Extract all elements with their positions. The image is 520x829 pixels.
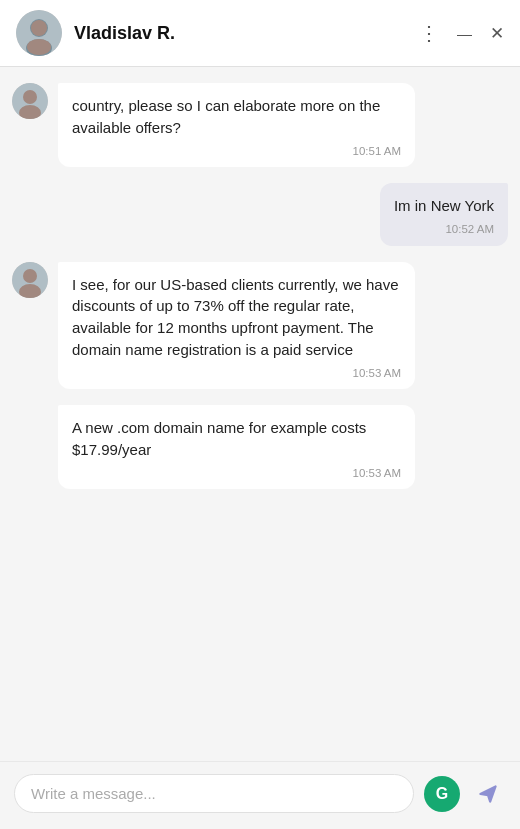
svg-point-4 [27,39,51,55]
message-bubble: country, please so I can elaborate more … [58,83,415,167]
message-avatar [12,262,48,298]
svg-point-3 [31,20,47,36]
minimize-icon[interactable]: — [457,25,472,42]
message-row: country, please so I can elaborate more … [12,83,508,167]
close-icon[interactable]: ✕ [490,23,504,44]
send-button[interactable] [470,776,506,812]
message-text: country, please so I can elaborate more … [72,95,401,139]
header-actions: ⋮ — ✕ [419,21,504,45]
message-time: 10:53 AM [72,465,401,482]
input-area: G [0,761,520,829]
message-text: I see, for our US-based clients currentl… [72,274,401,361]
more-icon[interactable]: ⋮ [419,21,439,45]
message-time: 10:52 AM [394,221,494,238]
svg-point-9 [23,269,37,283]
chat-header: Vladislav R. ⋮ — ✕ [0,0,520,67]
svg-point-6 [23,90,37,104]
message-bubble: I see, for our US-based clients currentl… [58,262,415,390]
message-input-wrapper [14,774,414,813]
message-text: Im in New York [394,195,494,217]
message-bubble: A new .com domain name for example costs… [58,405,415,489]
message-row: A new .com domain name for example costs… [12,405,508,489]
message-time: 10:51 AM [72,143,401,160]
avatar [16,10,62,56]
message-input[interactable] [31,785,397,802]
message-row: Im in New York10:52 AM [12,183,508,245]
message-bubble: Im in New York10:52 AM [380,183,508,245]
message-avatar [12,83,48,119]
contact-name: Vladislav R. [74,23,407,44]
grammarly-button[interactable]: G [424,776,460,812]
message-row: I see, for our US-based clients currentl… [12,262,508,390]
message-text: A new .com domain name for example costs… [72,417,401,461]
message-time: 10:53 AM [72,365,401,382]
messages-area: country, please so I can elaborate more … [0,67,520,761]
